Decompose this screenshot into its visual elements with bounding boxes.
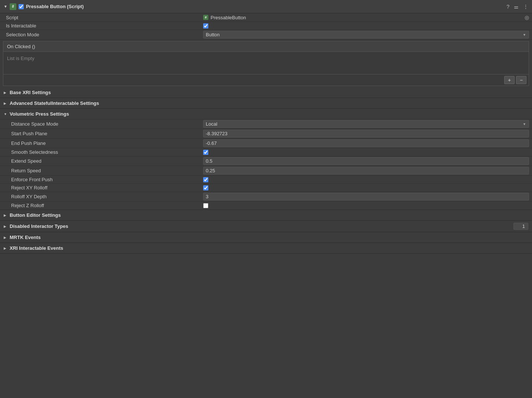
end-push-plane-input[interactable] (203, 139, 529, 147)
advanced-arrow-icon: ▶ (4, 102, 7, 105)
script-value: # PressableButton ◎ (200, 14, 532, 20)
advanced-title: Advanced StatefulInteractable Settings (10, 100, 99, 106)
script-hash-icon: # (203, 15, 208, 20)
extend-speed-input[interactable] (203, 157, 529, 165)
selection-mode-row: Selection Mode Button Toggle Single Mult… (0, 30, 532, 40)
xri-events-arrow-icon: ▶ (4, 246, 7, 250)
add-event-button[interactable]: + (504, 76, 515, 84)
button-editor-title: Button Editor Settings (10, 212, 61, 218)
on-clicked-footer: + − (3, 74, 529, 86)
start-push-plane-label: Start Push Plane (0, 131, 200, 136)
disabled-interactor-header[interactable]: ▶ Disabled Interactor Types 1 (0, 221, 532, 232)
help-icon[interactable]: ? (506, 4, 509, 10)
settings-icon[interactable]: ⚌ (514, 4, 519, 10)
enforce-front-push-checkbox[interactable] (203, 177, 208, 182)
is-interactable-value (200, 23, 532, 29)
rolloff-xy-depth-value (200, 193, 532, 200)
button-editor-header[interactable]: ▶ Button Editor Settings (0, 210, 532, 220)
return-speed-row: Return Speed (0, 166, 532, 176)
component-title: Pressable Button (Script) (26, 4, 504, 9)
script-label: Script (0, 15, 200, 20)
reject-z-rolloff-label: Reject Z Rolloff (0, 203, 200, 208)
rolloff-xy-depth-row: Rolloff XY Depth (0, 192, 532, 202)
script-icon: # (10, 3, 16, 10)
distance-space-mode-label: Distance Space Mode (0, 121, 200, 127)
is-interactable-checkbox[interactable] (203, 23, 208, 29)
advanced-section: ▶ Advanced StatefulInteractable Settings (0, 98, 532, 109)
collapse-arrow-icon[interactable]: ▼ (4, 4, 7, 9)
component-enabled-checkbox[interactable] (19, 4, 24, 9)
volumetric-arrow-icon: ▼ (4, 112, 7, 116)
reject-z-rolloff-checkbox[interactable] (203, 203, 208, 208)
return-speed-value (200, 167, 532, 175)
base-xri-header[interactable]: ▶ Base XRI Settings (0, 87, 532, 98)
enforce-front-push-value (200, 177, 532, 182)
start-push-plane-value (200, 130, 532, 137)
mrtk-events-header[interactable]: ▶ MRTK Events (0, 232, 532, 243)
end-push-plane-value (200, 139, 532, 147)
header-actions: ? ⚌ ⋮ (506, 4, 528, 10)
reject-xy-rolloff-checkbox[interactable] (203, 185, 208, 190)
is-interactable-label: Is Interactable (0, 23, 200, 29)
more-icon[interactable]: ⋮ (523, 4, 528, 10)
distance-space-mode-row: Distance Space Mode Local World (0, 119, 532, 129)
start-push-plane-row: Start Push Plane (0, 129, 532, 139)
distance-space-mode-dropdown-wrapper: Local World (200, 120, 532, 128)
selection-mode-label: Selection Mode (0, 32, 200, 37)
smooth-selectedness-label: Smooth Selectedness (0, 149, 200, 155)
remove-event-button[interactable]: − (516, 76, 526, 84)
xri-events-title: XRI Interactable Events (10, 245, 63, 251)
base-xri-arrow-icon: ▶ (4, 91, 7, 94)
rolloff-xy-depth-label: Rolloff XY Depth (0, 194, 200, 199)
button-editor-section: ▶ Button Editor Settings (0, 210, 532, 221)
list-empty-label: List is Empty (7, 56, 34, 61)
enforce-front-push-row: Enforce Front Push (0, 176, 532, 184)
extend-speed-row: Extend Speed (0, 156, 532, 166)
end-push-plane-label: End Push Plane (0, 140, 200, 146)
reject-xy-rolloff-row: Reject XY Rolloff (0, 184, 532, 192)
on-clicked-body: List is Empty (3, 52, 529, 74)
end-push-plane-row: End Push Plane (0, 139, 532, 148)
advanced-header[interactable]: ▶ Advanced StatefulInteractable Settings (0, 98, 532, 109)
smooth-selectedness-row: Smooth Selectedness (0, 148, 532, 156)
selection-mode-dropdown-wrapper: Button Toggle Single Multiple (200, 31, 532, 39)
reject-xy-rolloff-label: Reject XY Rolloff (0, 185, 200, 190)
base-xri-section: ▶ Base XRI Settings (0, 87, 532, 98)
xri-events-section: ▶ XRI Interactable Events (0, 243, 532, 254)
volumetric-section: ▼ Volumetric Press Settings Distance Spa… (0, 109, 532, 210)
disabled-interactor-arrow-icon: ▶ (4, 225, 7, 228)
mrtk-events-section: ▶ MRTK Events (0, 232, 532, 243)
mrtk-events-title: MRTK Events (10, 235, 41, 240)
target-icon[interactable]: ◎ (525, 14, 529, 20)
selection-mode-dropdown[interactable]: Button Toggle Single Multiple (203, 31, 529, 39)
start-push-plane-input[interactable] (203, 130, 529, 137)
disabled-interactor-count: 1 (513, 223, 528, 230)
xri-events-header[interactable]: ▶ XRI Interactable Events (0, 243, 532, 253)
rolloff-xy-depth-input[interactable] (203, 193, 529, 200)
button-editor-arrow-icon: ▶ (4, 213, 7, 217)
disabled-interactor-section: ▶ Disabled Interactor Types 1 (0, 221, 532, 232)
volumetric-title: Volumetric Press Settings (10, 111, 69, 117)
on-clicked-section: On Clicked () List is Empty + − (3, 41, 529, 86)
distance-space-mode-dropdown[interactable]: Local World (203, 120, 529, 128)
component-header: ▼ # Pressable Button (Script) ? ⚌ ⋮ (0, 0, 532, 13)
reject-xy-rolloff-value (200, 185, 532, 190)
is-interactable-row: Is Interactable (0, 22, 532, 30)
on-clicked-header: On Clicked () (3, 42, 529, 52)
enforce-front-push-label: Enforce Front Push (0, 177, 200, 182)
base-xri-title: Base XRI Settings (10, 90, 51, 95)
script-name: PressableButton (211, 15, 522, 20)
smooth-selectedness-value (200, 150, 532, 155)
mrtk-events-arrow-icon: ▶ (4, 236, 7, 239)
return-speed-label: Return Speed (0, 168, 200, 173)
volumetric-header[interactable]: ▼ Volumetric Press Settings (0, 109, 532, 119)
script-row: Script # PressableButton ◎ (0, 13, 532, 22)
extend-speed-label: Extend Speed (0, 158, 200, 164)
disabled-interactor-title: Disabled Interactor Types (10, 223, 68, 229)
extend-speed-value (200, 157, 532, 165)
reject-z-rolloff-row: Reject Z Rolloff (0, 202, 532, 210)
reject-z-rolloff-value (200, 203, 532, 208)
component-panel: ▼ # Pressable Button (Script) ? ⚌ ⋮ Scri… (0, 0, 532, 254)
smooth-selectedness-checkbox[interactable] (203, 150, 208, 155)
return-speed-input[interactable] (203, 167, 529, 175)
